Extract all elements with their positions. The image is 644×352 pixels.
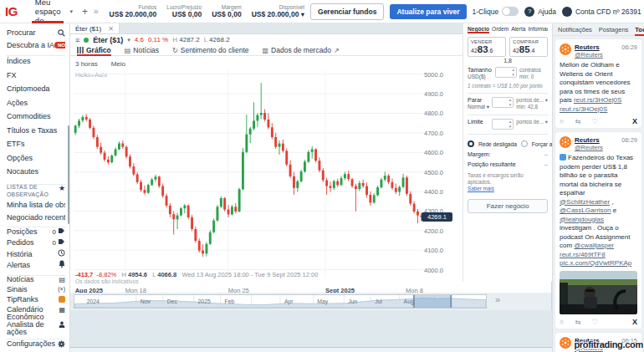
size-label: Tamanho: [468, 67, 492, 73]
mention-link[interactable]: @leahjdouglas: [560, 216, 604, 223]
resulting-position-row[interactable]: Posição resultante–: [468, 161, 548, 167]
sidebar-item-índices[interactable]: Índices: [7, 57, 65, 65]
ticket-tab-negócio[interactable]: Negócio: [468, 26, 489, 33]
x-logo-icon[interactable]: X: [632, 318, 637, 326]
news-tab-todos[interactable]: Todos: [635, 23, 644, 36]
mention-link[interactable]: @SchlitzHeather: [560, 198, 610, 206]
sidebar-item-analista-de-ações[interactable]: Analista de ações: [7, 321, 65, 336]
like-icon[interactable]: ♡: [591, 318, 598, 326]
workspace-bottom: [70, 348, 552, 352]
like-icon[interactable]: ♡: [591, 117, 598, 125]
one-click-toggle[interactable]: [502, 7, 519, 16]
workspace-caret-icon[interactable]: ▾: [69, 8, 73, 15]
mention-link[interactable]: @cwalljasper: [574, 242, 614, 249]
collapse-chevrons-icon[interactable]: »: [94, 7, 99, 16]
sidebar-item-nocautes[interactable]: Nocautes: [7, 167, 65, 176]
post-image[interactable]: [560, 271, 637, 314]
ticket-tab-ordem[interactable]: Ordem: [492, 26, 509, 33]
reply-icon[interactable]: ○: [560, 117, 564, 125]
instrument-name[interactable]: Éter ($1): [93, 36, 123, 44]
workspace-tab[interactable]: Meu espaço de...: [32, 0, 64, 23]
sidebar-item-criptomoeda[interactable]: Criptomoeda: [7, 84, 65, 93]
news-post[interactable]: Reuters@Reuters06:29Fazendeiros do Texas…: [555, 132, 641, 329]
discover-ai-row[interactable]: Descubra a IANOVO: [7, 41, 65, 49]
ig-logo: IG: [5, 4, 18, 18]
sidebar-item-fx[interactable]: FX: [7, 71, 65, 79]
navigator-forward-icon[interactable]: »: [495, 294, 500, 304]
sidebar-item-calendário-econômico[interactable]: Calendário Econômico▦: [7, 306, 65, 321]
reply-icon[interactable]: ○: [560, 318, 564, 326]
candlestick-chart[interactable]: [74, 70, 423, 278]
instrument-caret-icon[interactable]: ▾: [127, 37, 130, 43]
sidebar-item-posições[interactable]: Posições0: [7, 227, 65, 236]
sidebar-item-configuracoes[interactable]: Configurações: [7, 339, 65, 348]
close-tab-icon[interactable]: ✕: [108, 25, 114, 33]
size-input[interactable]: ▲▼: [495, 67, 517, 78]
sidebar-item-história[interactable]: História: [7, 249, 65, 258]
tab-notícias[interactable]: ▤Notícias: [125, 45, 159, 55]
sell-button[interactable]: VENDER 4283.6: [468, 37, 506, 57]
current-price-badge: 4269.1: [422, 212, 452, 222]
post-link[interactable]: pic.x.com/QdVwtRPKAp: [560, 259, 631, 267]
mention-link[interactable]: @CassLGarrison: [560, 207, 611, 214]
learn-more-link[interactable]: Saber mais: [468, 186, 494, 191]
hamburger-icon[interactable]: ≡: [75, 36, 79, 44]
sidebar-item-títulos-e-taxas[interactable]: Títulos e Taxas: [7, 126, 65, 135]
sidebar-item-sinais[interactable]: Sinais(×): [7, 286, 65, 293]
sidebar-item-ações[interactable]: Ações: [7, 99, 65, 107]
sidebar-item-commodities[interactable]: Commodities: [7, 112, 65, 120]
chart-style-button[interactable]: Meio: [111, 60, 125, 68]
watchlist-item[interactable]: Negociado recentem...: [7, 213, 65, 222]
post-handle[interactable]: @Reuters: [575, 51, 603, 59]
ticket-tab-informações[interactable]: Informações: [528, 26, 548, 33]
sidebar-item-notícias[interactable]: Notícias▤: [7, 276, 65, 283]
x-logo-icon[interactable]: X: [632, 117, 637, 125]
chart-plot-area[interactable]: 3 horas Meio Heikin-Ashi 4000.04100.0420…: [70, 56, 463, 293]
calendar-icon: ▦: [59, 306, 65, 314]
sidebar-item-opções[interactable]: Opções: [7, 154, 65, 162]
account-menu[interactable]: Conta CFD nº 26391 ▾: [562, 7, 644, 17]
upgrade-live-button[interactable]: Atualize para viver: [390, 4, 466, 19]
retweet-icon[interactable]: ⇆: [575, 318, 580, 326]
y-axis-label: 4700.0: [424, 130, 457, 137]
sidebar-item-pedidos[interactable]: Pedidos0: [7, 238, 65, 247]
news-post[interactable]: Reuters@Reuters06:29Mellon de Oldham e W…: [555, 39, 641, 128]
news-panel: NotificaçõesPostagensTodos Reuters@Reute…: [552, 23, 644, 352]
tab-sentimento-do-cliente[interactable]: ↻Sentimento do cliente: [172, 45, 248, 55]
ticket-tab-alerta[interactable]: Alerta: [511, 26, 525, 33]
news-tab-postagens[interactable]: Postagens: [599, 23, 628, 36]
limit-input[interactable]: ▲▼: [492, 119, 514, 130]
tab-dados-de-mercado[interactable]: ▥Dados de mercado↗: [263, 45, 340, 55]
add-workspace-button[interactable]: +: [82, 6, 88, 18]
sidebar-scrollbar[interactable]: [68, 125, 69, 224]
sidebar-item-alertas[interactable]: Alertas: [7, 260, 65, 269]
net-off-radio[interactable]: [468, 140, 474, 147]
post-link[interactable]: reut.rs/3HOej0S: [574, 96, 621, 104]
post-author[interactable]: Reuters: [575, 43, 603, 51]
post-author[interactable]: Reuters: [575, 136, 603, 144]
manage-funds-button[interactable]: Gerenciar fundos: [310, 3, 384, 20]
post-handle[interactable]: @Reuters: [575, 144, 603, 151]
place-deal-button[interactable]: Fazer negócio: [468, 199, 548, 213]
sidebar-item-etfs[interactable]: ETFs: [7, 140, 65, 148]
force-open-radio[interactable]: [521, 140, 528, 147]
retweet-icon[interactable]: ⇆: [575, 117, 580, 125]
timeframe-button[interactable]: 3 horas: [75, 60, 98, 68]
y-axis-label: 4400.0: [424, 188, 457, 196]
chart-doc-tab[interactable]: Éter ($1) ✕: [70, 23, 120, 33]
tab-gráfico[interactable]: Gráfico: [77, 45, 111, 55]
chart-navigator[interactable]: 2024NovDec2025FebAprMayJunJulAug: [74, 294, 487, 309]
news-tab-notificações[interactable]: Notificações: [558, 23, 592, 36]
stop-type-select[interactable]: Normal ▾: [468, 104, 489, 110]
search-row[interactable]: Procurar: [7, 28, 65, 37]
post-link[interactable]: reut.rs/3HOej0S: [560, 105, 607, 113]
sidebar-item-tipranks[interactable]: TipRanks: [7, 296, 65, 304]
post-link[interactable]: reut.rs/469tTF8: [560, 251, 606, 258]
margin-row[interactable]: Margem:–: [468, 151, 548, 157]
stop-input[interactable]: ▲▼: [492, 97, 514, 108]
navigator-month-label: Aug: [404, 298, 414, 304]
buy-button[interactable]: COMPRAR 4285.4: [509, 37, 548, 57]
help-button[interactable]: ? Ajuda: [524, 7, 556, 17]
watchlist-item[interactable]: Minha lista de observ...: [7, 201, 65, 209]
y-axis-label: 4100.0: [424, 247, 457, 254]
